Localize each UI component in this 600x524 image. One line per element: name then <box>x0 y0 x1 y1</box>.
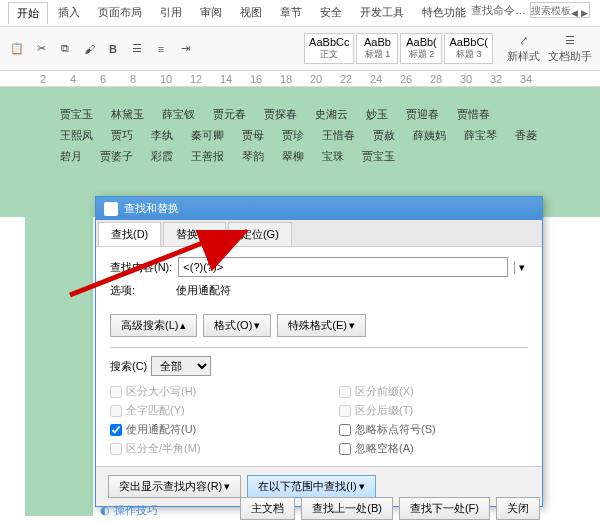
name-item: 贾迎春 <box>406 107 439 122</box>
style-item-1[interactable]: AaBb标题 1 <box>356 33 398 64</box>
checkbox-3: 区分后缀(T) <box>339 403 528 418</box>
dialog-titlebar[interactable]: 查找和替换 <box>96 197 542 220</box>
dialog-tab-0[interactable]: 查找(D) <box>98 222 161 246</box>
ribbon-tab-1[interactable]: 插入 <box>50 2 88 24</box>
name-item: 林黛玉 <box>111 107 144 122</box>
main-doc-button[interactable]: 主文档 <box>240 497 295 520</box>
options-label: 选项: <box>110 283 170 298</box>
checkbox-4[interactable]: 使用通配符(U) <box>110 422 299 437</box>
style-item-3[interactable]: AaBbC(标题 3 <box>444 33 493 64</box>
name-item: 王熙凤 <box>60 128 93 143</box>
find-replace-dialog: 查找和替换 查找(D)替换(P)定位(G) 查找内容(N): ▾ 选项: 使用通… <box>95 196 543 507</box>
checkbox-7[interactable]: 忽略空格(A) <box>339 441 528 456</box>
name-item: 贾惜春 <box>457 107 490 122</box>
ribbon-tab-3[interactable]: 引用 <box>152 2 190 24</box>
name-item: 王惜春 <box>322 128 355 143</box>
brush-icon[interactable]: 🖌 <box>80 40 98 58</box>
dialog-tab-1[interactable]: 替换(P) <box>163 222 226 246</box>
name-item: 妙玉 <box>366 107 388 122</box>
name-item: 宝珠 <box>322 149 344 164</box>
search-label: 查找命令… <box>471 3 526 18</box>
bold-icon[interactable]: B <box>104 40 122 58</box>
style-item-0[interactable]: AaBbCc正文 <box>304 33 354 64</box>
close-button[interactable]: 关闭 <box>496 497 540 520</box>
copy-icon[interactable]: ⧉ <box>56 40 74 58</box>
ribbon-tab-5[interactable]: 视图 <box>232 2 270 24</box>
name-item: 贾宝玉 <box>362 149 395 164</box>
name-item: 贾宝玉 <box>60 107 93 122</box>
name-item: 李纨 <box>151 128 173 143</box>
dialog-icon <box>104 202 118 216</box>
name-item: 史湘云 <box>315 107 348 122</box>
search-scope-select[interactable]: 全部 <box>151 356 211 376</box>
name-item: 贾巧 <box>111 128 133 143</box>
name-item: 贾赦 <box>373 128 395 143</box>
checkbox-0: 区分大小写(H) <box>110 384 299 399</box>
name-item: 彩霞 <box>151 149 173 164</box>
operation-hint[interactable]: ◐ 操作技巧 <box>100 503 158 518</box>
name-item: 贾元春 <box>213 107 246 122</box>
name-item: 贾珍 <box>282 128 304 143</box>
name-item: 香菱 <box>515 128 537 143</box>
align-icon[interactable]: ≡ <box>152 40 170 58</box>
ribbon-tab-6[interactable]: 章节 <box>272 2 310 24</box>
advanced-search-button[interactable]: 高级搜索(L) ▴ <box>110 314 197 337</box>
name-item: 琴韵 <box>242 149 264 164</box>
special-format-button[interactable]: 特殊格式(E) ▾ <box>277 314 366 337</box>
name-item: 薛宝琴 <box>464 128 497 143</box>
checkbox-2: 全字匹配(Y) <box>110 403 299 418</box>
ribbon-tab-7[interactable]: 安全 <box>312 2 350 24</box>
dialog-tab-2[interactable]: 定位(G) <box>228 222 292 246</box>
find-prev-button[interactable]: 查找上一处(B) <box>301 497 393 520</box>
search-in-range-button[interactable]: 在以下范围中查找(I) ▾ <box>247 475 375 498</box>
name-item: 薛宝钗 <box>162 107 195 122</box>
doc-helper-button[interactable]: ☰文档助手 <box>548 34 592 64</box>
highlight-results-button[interactable]: 突出显示查找内容(R) ▾ <box>108 475 241 498</box>
format-button[interactable]: 格式(O) ▾ <box>203 314 271 337</box>
name-item: 薛姨妈 <box>413 128 446 143</box>
name-item: 翠柳 <box>282 149 304 164</box>
name-item: 秦可卿 <box>191 128 224 143</box>
ribbon-tab-0[interactable]: 开始 <box>8 2 48 24</box>
ribbon-tab-4[interactable]: 审阅 <box>192 2 230 24</box>
search-scope-label: 搜索(C) <box>110 359 147 374</box>
find-content-label: 查找内容(N): <box>110 260 172 275</box>
new-style-button[interactable]: ⤤新样式 <box>507 34 540 64</box>
name-item: 王善报 <box>191 149 224 164</box>
checkbox-5[interactable]: 忽略标点符号(S) <box>339 422 528 437</box>
name-item: 贾婆子 <box>100 149 133 164</box>
style-item-2[interactable]: AaBb(标题 2 <box>400 33 442 64</box>
cut-icon[interactable]: ✂ <box>32 40 50 58</box>
indent-icon[interactable]: ⇥ <box>176 40 194 58</box>
find-content-input[interactable] <box>178 257 508 277</box>
paste-icon[interactable]: 📋 <box>8 40 26 58</box>
ribbon-tab-9[interactable]: 特色功能 <box>414 2 474 24</box>
checkbox-6: 区分全/半角(M) <box>110 441 299 456</box>
list-icon[interactable]: ☰ <box>128 40 146 58</box>
find-next-button[interactable]: 查找下一处(F) <box>399 497 490 520</box>
lightbulb-icon: ◐ <box>100 504 110 517</box>
dialog-title: 查找和替换 <box>124 201 179 216</box>
ribbon-tab-2[interactable]: 页面布局 <box>90 2 150 24</box>
name-item: 碧月 <box>60 149 82 164</box>
ribbon-tab-8[interactable]: 开发工具 <box>352 2 412 24</box>
find-dropdown-icon[interactable]: ▾ <box>514 261 528 274</box>
name-item: 贾母 <box>242 128 264 143</box>
options-value: 使用通配符 <box>176 283 231 298</box>
checkbox-1: 区分前缀(X) <box>339 384 528 399</box>
name-item: 贾探春 <box>264 107 297 122</box>
